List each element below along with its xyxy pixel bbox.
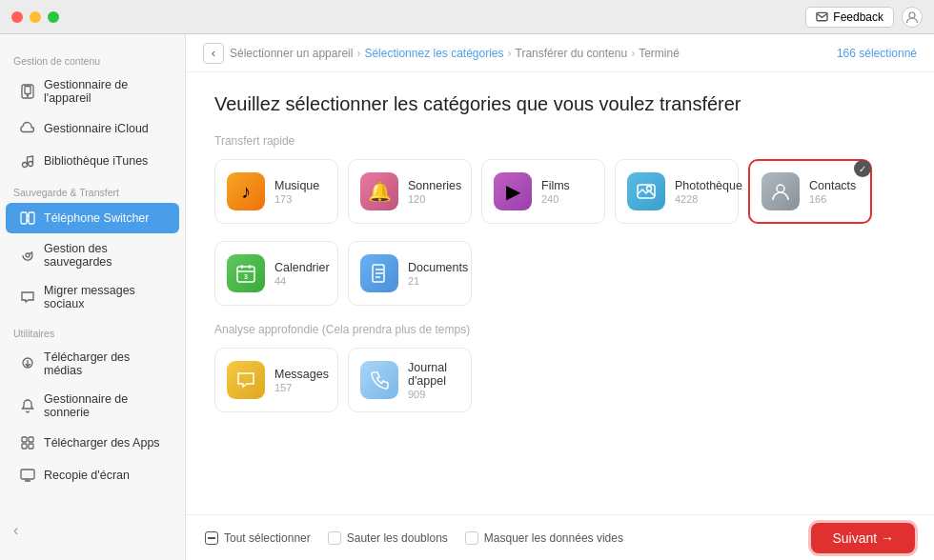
user-avatar-icon — [905, 10, 919, 24]
movies-category-count: 240 — [541, 193, 570, 205]
breadcrumb-text: Sélectionner un appareil › Sélectionnez … — [230, 47, 680, 60]
sidebar-item-social[interactable]: Migrer messages sociaux — [6, 277, 179, 317]
ringtones-category-name: Sonneries — [408, 179, 461, 192]
minus-icon — [208, 537, 215, 539]
ringtones-category-icon: 🔔 — [360, 172, 398, 210]
music-category-icon: ♪ — [227, 172, 265, 210]
breadcrumb-sep3: › — [631, 47, 635, 60]
category-card-movies[interactable]: ▶ Films 240 — [481, 159, 605, 224]
docs-category-info: Documents 21 — [408, 261, 468, 287]
deep-categories-grid: Messages 157 Journal d'appel 909 — [214, 348, 905, 412]
sidebar-item-backups[interactable]: Gestion des sauvegardes — [6, 235, 179, 275]
category-card-calendar[interactable]: 3 Calendrier 44 — [214, 241, 338, 306]
feedback-button[interactable]: Feedback — [805, 7, 894, 28]
photos-category-name: Photothèque — [675, 179, 742, 192]
svg-rect-12 — [29, 437, 33, 442]
cloud-icon — [19, 120, 36, 137]
sidebar-collapse-button[interactable]: ‹ — [0, 512, 185, 549]
sidebar-section-utilities: Utilitaires — [0, 318, 185, 343]
contacts-category-info: Contacts 166 — [809, 179, 856, 205]
photos-category-info: Photothèque 4228 — [675, 179, 742, 205]
next-button[interactable]: Suivant → — [811, 523, 915, 553]
titlebar: Feedback — [0, 0, 934, 34]
maximize-button[interactable] — [48, 11, 59, 23]
svg-rect-14 — [29, 444, 33, 449]
sidebar-item-apps[interactable]: Télécharger des Apps — [6, 428, 179, 458]
svg-point-18 — [777, 185, 784, 192]
sidebar-item-itunes[interactable]: Bibliothèque iTunes — [6, 146, 179, 176]
quick-transfer-label: Transfert rapide — [214, 134, 905, 148]
docs-category-count: 21 — [408, 275, 468, 287]
close-button[interactable] — [11, 11, 23, 23]
svg-point-5 — [23, 163, 28, 168]
sidebar-item-device[interactable]: Gestionnaire de l'appareil — [6, 71, 179, 111]
contacts-category-name: Contacts — [809, 179, 856, 192]
content-area: ‹ Sélectionner un appareil › Sélectionne… — [186, 34, 934, 560]
select-all-checkbox-box — [205, 531, 218, 545]
minimize-button[interactable] — [30, 11, 41, 23]
svg-rect-7 — [21, 212, 27, 224]
sidebar-item-download-media[interactable]: Télécharger des médias — [6, 344, 179, 384]
breadcrumb-step4: Terminé — [639, 47, 680, 60]
calendar-category-info: Calendrier 44 — [274, 261, 330, 287]
page-title: Veuillez sélectionner les catégories que… — [214, 93, 905, 115]
apps-icon — [19, 434, 36, 451]
app-body: Gestion de contenu Gestionnaire de l'app… — [0, 34, 934, 560]
svg-point-4 — [27, 95, 28, 96]
calendar-category-name: Calendrier — [274, 261, 330, 274]
sidebar-item-screen[interactable]: Recopie d'écran — [6, 460, 179, 490]
music-category-count: 173 — [274, 193, 319, 205]
user-icon[interactable] — [902, 7, 923, 28]
sidebar: Gestion de contenu Gestionnaire de l'app… — [0, 34, 186, 560]
breadcrumb-back-button[interactable]: ‹ — [203, 43, 224, 64]
hide-empty-checkbox[interactable]: Masquer les données vides — [465, 531, 623, 545]
hide-empty-label: Masquer les données vides — [484, 531, 623, 545]
bell-icon — [19, 397, 36, 414]
calls-category-count: 909 — [408, 389, 459, 400]
breadcrumb-step3: Transférer du contenu — [516, 47, 628, 60]
chat-icon — [19, 289, 36, 306]
category-card-docs[interactable]: Documents 21 — [348, 241, 472, 306]
sidebar-label-switcher: Téléphone Switcher — [44, 211, 149, 225]
music-icon — [19, 152, 36, 170]
svg-rect-0 — [817, 12, 827, 20]
messages-category-info: Messages 157 — [274, 368, 329, 393]
svg-point-1 — [909, 12, 915, 18]
sidebar-section-content: Gestion de contenu — [0, 46, 185, 70]
sidebar-item-ringtone[interactable]: Gestionnaire de sonnerie — [6, 386, 179, 426]
skip-dupes-checkbox[interactable]: Sauter les doublons — [328, 531, 448, 545]
titlebar-right: Feedback — [805, 7, 923, 28]
music-category-name: Musique — [274, 179, 319, 192]
svg-point-6 — [29, 162, 33, 167]
sidebar-item-icloud[interactable]: Gestionnaire iCloud — [6, 113, 179, 144]
messages-category-icon — [227, 361, 265, 399]
calendar-category-icon: 3 — [227, 254, 265, 292]
docs-category-icon — [360, 254, 398, 292]
category-card-calls[interactable]: Journal d'appel 909 — [348, 348, 472, 412]
category-card-music[interactable]: ♪ Musique 173 — [214, 159, 338, 224]
movies-category-name: Films — [541, 179, 570, 192]
category-card-photos[interactable]: Photothèque 4228 — [615, 159, 739, 224]
svg-rect-13 — [22, 444, 27, 449]
ringtones-category-count: 120 — [408, 193, 461, 205]
breadcrumb-sep2: › — [508, 47, 512, 60]
contacts-category-icon — [761, 172, 800, 210]
svg-rect-8 — [29, 212, 34, 224]
backup-icon — [19, 247, 36, 264]
category-card-ringtones[interactable]: 🔔 Sonneries 120 — [348, 159, 472, 224]
sidebar-label-social: Migrer messages sociaux — [44, 284, 166, 310]
messages-category-name: Messages — [274, 368, 329, 381]
category-card-contacts[interactable]: ✓ Contacts 166 — [748, 159, 872, 224]
sidebar-item-switcher[interactable]: Téléphone Switcher — [6, 203, 179, 233]
sidebar-label-icloud: Gestionnaire iCloud — [44, 122, 149, 135]
svg-text:3: 3 — [244, 273, 248, 280]
quick-categories-grid-row2: 3 Calendrier 44 — [214, 241, 905, 306]
calendar-category-count: 44 — [274, 275, 330, 287]
category-card-messages[interactable]: Messages 157 — [214, 348, 338, 412]
select-all-checkbox[interactable]: Tout sélectionner — [205, 531, 311, 545]
phone-switch-icon — [19, 210, 36, 227]
calls-category-info: Journal d'appel 909 — [408, 361, 459, 400]
svg-point-9 — [26, 253, 30, 257]
sidebar-label-screen: Recopie d'écran — [44, 469, 130, 482]
quick-categories-grid: ♪ Musique 173 🔔 Sonneries 120 ▶ — [214, 159, 905, 224]
